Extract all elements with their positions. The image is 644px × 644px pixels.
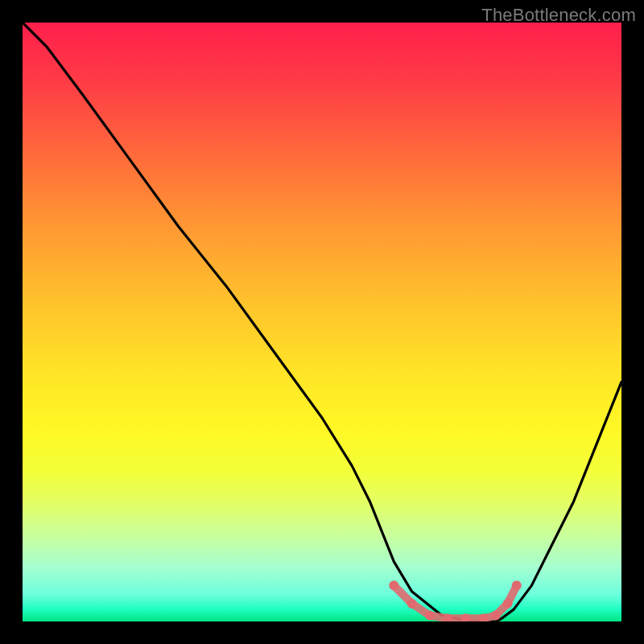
plot-svg (23, 23, 621, 621)
accent-dot (425, 611, 435, 621)
curve-line (23, 23, 621, 621)
accent-dot (503, 599, 513, 609)
accent-dot (389, 580, 398, 590)
accent-dot (512, 580, 522, 590)
accent-dot (407, 599, 417, 609)
chart-frame: TheBottleneck.com (0, 0, 644, 644)
plot-area (23, 23, 621, 621)
accent-dot (491, 611, 501, 621)
watermark-text: TheBottleneck.com (481, 5, 636, 26)
